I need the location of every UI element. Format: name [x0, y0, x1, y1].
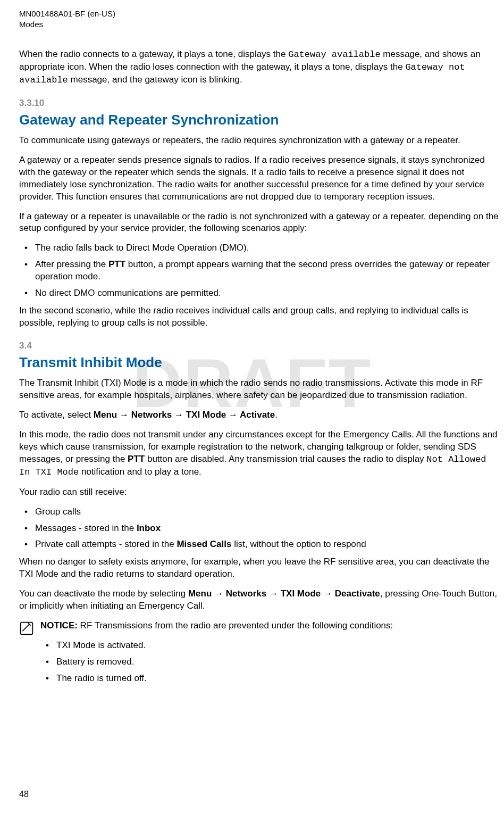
nav-arrow: →: [212, 588, 225, 599]
bullet-text-b: list, without the option to respond: [231, 539, 366, 549]
nav-networks: Networks: [131, 410, 172, 420]
sec34-p2: In this mode, the radio does not transmi…: [19, 429, 500, 479]
bullet-text: No direct DMO communications are permitt…: [35, 288, 221, 298]
sec34-p2b: button are disabled. Any transmission tr…: [145, 454, 426, 464]
list-item: The radio falls back to Direct Mode Oper…: [19, 242, 500, 254]
intro-text-a: When the radio connects to a gateway, it…: [19, 49, 288, 59]
sec34-p1: The Transmit Inhibit (TXI) Mode is a mod…: [19, 377, 500, 402]
nav-arrow: →: [172, 410, 186, 420]
notice-text: RF Transmissions from the radio are prev…: [78, 620, 393, 631]
bullet-text: The radio falls back to Direct Mode Oper…: [35, 243, 249, 253]
notice-line: NOTICE: RF Transmissions from the radio …: [40, 620, 500, 632]
chapter-name: Modes: [19, 19, 500, 30]
nav-activate: Activate: [240, 410, 275, 420]
sec3310-p1: To communicate using gateways or repeate…: [19, 135, 500, 147]
notice-body: NOTICE: RF Transmissions from the radio …: [40, 620, 500, 690]
ptt-label: PTT: [108, 259, 125, 269]
page: DRAFT MN001488A01-BF (en-US) Modes When …: [0, 0, 504, 813]
page-header: MN001488A01-BF (en-US) Modes: [0, 9, 504, 29]
section-number-34: 3.4: [19, 340, 500, 352]
doc-number: MN001488A01-BF (en-US): [19, 9, 500, 19]
nav-arrow: →: [266, 588, 280, 599]
ptt-label: PTT: [128, 454, 145, 464]
missed-calls-label: Missed Calls: [177, 539, 231, 549]
nav-menu: Menu: [188, 588, 212, 599]
list-item: The radio is turned off.: [40, 673, 500, 685]
bullet-text: Battery is removed.: [56, 657, 134, 667]
nav-menu: Menu: [94, 410, 117, 420]
list-item: No direct DMO communications are permitt…: [19, 287, 500, 300]
sec34-p4: When no danger to safety exists anymore,…: [19, 556, 500, 580]
sec34-p5a: You can deactivate the mode by selecting: [19, 588, 188, 599]
activate-prefix: To activate, select: [19, 410, 94, 420]
section-heading-3310: Gateway and Repeater Synchronization: [19, 111, 500, 129]
notice-bullets: TXI Mode is activated. Battery is remove…: [40, 640, 500, 685]
notice-block: NOTICE: RF Transmissions from the radio …: [19, 620, 500, 690]
page-content: When the radio connects to a gateway, it…: [0, 48, 504, 690]
list-item: Group calls: [19, 506, 500, 518]
sec3310-p4: In the second scenario, while the radio …: [19, 305, 500, 329]
intro-code-1: Gateway available: [288, 49, 380, 60]
nav-arrow: →: [117, 410, 131, 420]
bullet-text: The radio is turned off.: [56, 673, 147, 683]
sec34-receive-bullets: Group calls Messages - stored in the Inb…: [19, 506, 500, 551]
sec34-p2c: notification and to play a tone.: [79, 467, 201, 477]
notice-label: NOTICE:: [40, 620, 78, 631]
bullet-text: Group calls: [35, 507, 81, 517]
svg-rect-0: [21, 623, 33, 635]
intro-paragraph: When the radio connects to a gateway, it…: [19, 48, 500, 87]
list-item: TXI Mode is activated.: [40, 640, 500, 652]
inbox-label: Inbox: [137, 523, 161, 533]
nav-arrow: →: [226, 410, 240, 420]
nav-txi: TXI Mode: [281, 588, 321, 599]
sec3310-p3: If a gateway or a repeater is unavailabl…: [19, 211, 500, 235]
nav-arrow: →: [321, 588, 334, 599]
period: .: [275, 410, 278, 420]
sec34-p5: You can deactivate the mode by selecting…: [19, 588, 500, 612]
list-item: After pressing the PTT button, a prompt …: [19, 259, 500, 283]
intro-text-c: message, and the gateway icon is blinkin…: [68, 74, 242, 85]
bullet-text: TXI Mode is activated.: [56, 640, 146, 650]
bullet-text-a: Private call attempts - stored in the: [35, 539, 177, 549]
bullet-text-a: Messages - stored in the: [35, 523, 137, 533]
list-item: Private call attempts - stored in the Mi…: [19, 538, 500, 551]
section-heading-34: Transmit Inhibit Mode: [19, 353, 500, 372]
nav-txi: TXI Mode: [186, 410, 226, 420]
bullet-text-a: After pressing the: [35, 259, 108, 269]
sec3310-bullets: The radio falls back to Direct Mode Oper…: [19, 242, 500, 300]
section-number-3310: 3.3.10: [19, 97, 500, 110]
notice-icon: [19, 620, 34, 690]
page-number: 48: [19, 790, 29, 799]
sec34-activate: To activate, select Menu → Networks → TX…: [19, 409, 500, 421]
nav-networks: Networks: [226, 588, 267, 599]
sec34-p3: Your radio can still receive:: [19, 486, 500, 499]
list-item: Battery is removed.: [40, 656, 500, 668]
sec3310-p2: A gateway or a repeater sends presence s…: [19, 154, 500, 203]
list-item: Messages - stored in the Inbox: [19, 522, 500, 535]
nav-deactivate: Deactivate: [335, 588, 380, 599]
